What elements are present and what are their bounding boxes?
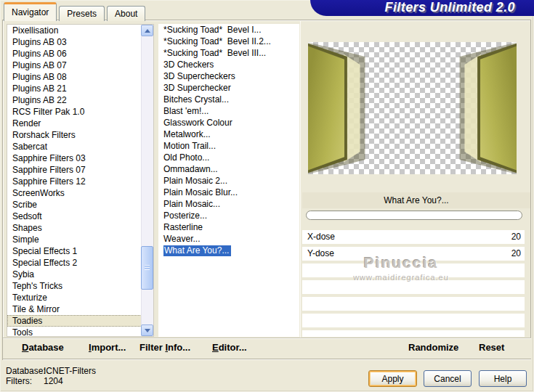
filter-item[interactable]: *Sucking Toad* Bevel III... bbox=[158, 47, 299, 59]
filter-item[interactable]: Plain Mosaic 2... bbox=[158, 175, 299, 187]
filter-item[interactable]: Plain Mosaic Blur... bbox=[158, 187, 299, 198]
filter-name-header: What Are You?... bbox=[302, 192, 530, 208]
category-item[interactable]: Texturize bbox=[7, 292, 153, 303]
parameter-value[interactable]: 20 bbox=[511, 247, 521, 261]
watermark-name: Pinuccia bbox=[302, 254, 500, 271]
category-item[interactable]: Sapphire Filters 03 bbox=[7, 152, 153, 164]
category-item[interactable]: Render bbox=[7, 118, 153, 129]
app-title: Filters Unlimited 2.0 bbox=[310, 0, 534, 15]
panel-divider bbox=[300, 20, 301, 338]
filter-item[interactable]: 3D Superchecker bbox=[158, 82, 299, 94]
filter-item[interactable]: *Sucking Toad* Bevel I... bbox=[158, 24, 299, 36]
status-filters-label: Filters: bbox=[6, 376, 32, 386]
filter-item-selected[interactable]: What Are You?... bbox=[158, 245, 299, 256]
chevron-down-icon bbox=[145, 329, 150, 332]
filter-item[interactable]: Old Photo... bbox=[158, 152, 299, 163]
preview-shape-left bbox=[308, 42, 379, 174]
filter-item[interactable]: Plain Mosaic... bbox=[158, 198, 299, 210]
category-list[interactable]: Pixellisation Plugins AB 03 Plugins AB 0… bbox=[7, 24, 154, 337]
filter-item[interactable]: Ommadawn... bbox=[158, 163, 299, 175]
category-item[interactable]: Tools bbox=[7, 327, 153, 337]
filter-item[interactable]: Metalwork... bbox=[158, 128, 299, 140]
category-item[interactable]: Teph's Tricks bbox=[7, 280, 153, 292]
tab-about[interactable]: About bbox=[107, 6, 145, 21]
watermark-site: www.maidiregrafica.eu bbox=[302, 273, 500, 282]
category-item[interactable]: Plugins AB 03 bbox=[7, 36, 153, 48]
scroll-down-button[interactable] bbox=[141, 324, 153, 336]
category-item[interactable]: RCS Filter Pak 1.0 bbox=[7, 106, 153, 118]
category-item[interactable]: Sybia bbox=[7, 269, 153, 280]
status-database-value: ICNET-Filters bbox=[44, 366, 96, 376]
parameter-value[interactable]: 20 bbox=[511, 230, 521, 244]
parameter-label: X-dose bbox=[302, 232, 335, 242]
filter-item[interactable]: Posterize... bbox=[158, 210, 299, 221]
category-item[interactable]: Plugins AB 06 bbox=[7, 48, 153, 60]
category-item[interactable]: Pixellisation bbox=[7, 25, 153, 36]
category-item[interactable]: Special Effects 2 bbox=[7, 257, 153, 269]
scroll-up-button[interactable] bbox=[141, 25, 153, 36]
status-filters-value: 1204 bbox=[44, 376, 63, 386]
tab-presets[interactable]: Presets bbox=[59, 6, 105, 21]
progress-bar bbox=[306, 211, 522, 220]
tab-bar: Navigator Presets About bbox=[4, 2, 147, 21]
filter-item[interactable]: 3D Checkers bbox=[158, 59, 299, 70]
filter-item[interactable]: Rasterline bbox=[158, 221, 299, 233]
filter-info-button[interactable]: Filter Info... bbox=[139, 342, 190, 353]
category-scrollbar[interactable] bbox=[141, 25, 153, 336]
filters-unlimited-window: Filters Unlimited 2.0 Navigator Presets … bbox=[0, 0, 534, 392]
filter-item[interactable]: *Sucking Toad* Bevel II.2... bbox=[158, 36, 299, 47]
category-item[interactable]: Rorshack Filters bbox=[7, 129, 153, 141]
tab-navigator[interactable]: Navigator bbox=[4, 2, 57, 21]
category-item[interactable]: Special Effects 1 bbox=[7, 245, 153, 257]
database-button[interactable]: Database bbox=[22, 342, 64, 353]
category-item[interactable]: Plugins AB 08 bbox=[7, 71, 153, 83]
preview-shape-right bbox=[445, 42, 517, 174]
category-item[interactable]: Scribe bbox=[7, 199, 153, 211]
filter-item[interactable]: Motion Trail... bbox=[158, 140, 299, 152]
chevron-up-icon bbox=[145, 29, 150, 33]
filter-item[interactable]: Blast 'em!... bbox=[158, 105, 299, 117]
category-item[interactable]: Sapphire Filters 07 bbox=[7, 164, 153, 176]
empty-parameter-row bbox=[302, 330, 525, 337]
category-item-selected[interactable]: Toadies bbox=[7, 315, 153, 327]
title-banner: Filters Unlimited 2.0 bbox=[310, 0, 534, 16]
category-item[interactable]: Sabercat bbox=[7, 141, 153, 152]
category-item[interactable]: ScreenWorks bbox=[7, 187, 153, 199]
editor-button[interactable]: Editor... bbox=[212, 342, 247, 353]
empty-parameter-row bbox=[302, 297, 525, 311]
selected-filter-label: What Are You?... bbox=[163, 245, 231, 256]
category-item[interactable]: Sedsoft bbox=[7, 211, 153, 222]
category-item[interactable]: Tile & Mirror bbox=[7, 303, 153, 315]
randomize-button[interactable]: Randomize bbox=[408, 342, 458, 353]
help-button[interactable]: Help bbox=[479, 370, 527, 387]
cancel-button[interactable]: Cancel bbox=[424, 370, 472, 387]
apply-button[interactable]: Apply bbox=[368, 370, 417, 387]
filter-item[interactable]: Glasswork Colour bbox=[158, 117, 299, 128]
status-database-label: Database: bbox=[6, 366, 46, 376]
category-item[interactable]: Plugins AB 22 bbox=[7, 94, 153, 106]
parameter-row[interactable]: X-dose 20 bbox=[302, 230, 525, 244]
filter-item[interactable]: Weaver... bbox=[158, 233, 299, 245]
import-button[interactable]: Import... bbox=[89, 342, 126, 353]
category-item[interactable]: Sapphire Filters 12 bbox=[7, 176, 153, 187]
filter-item[interactable]: Bitches Crystal... bbox=[158, 94, 299, 105]
filter-list[interactable]: *Sucking Toad* Bevel I... *Sucking Toad*… bbox=[158, 24, 299, 337]
category-item[interactable]: Shapes bbox=[7, 222, 153, 234]
preview-canvas bbox=[308, 42, 517, 174]
category-item[interactable]: Plugins AB 21 bbox=[7, 83, 153, 94]
scroll-thumb[interactable] bbox=[141, 246, 153, 290]
empty-parameter-row bbox=[302, 314, 525, 327]
reset-button[interactable]: Reset bbox=[479, 342, 504, 353]
category-item[interactable]: Plugins AB 07 bbox=[7, 60, 153, 71]
empty-parameter-row bbox=[302, 280, 525, 294]
filter-item[interactable]: 3D Supercheckers bbox=[158, 70, 299, 82]
category-item[interactable]: Simple bbox=[7, 234, 153, 245]
command-band: Database Import... Filter Info... Editor… bbox=[3, 338, 531, 359]
